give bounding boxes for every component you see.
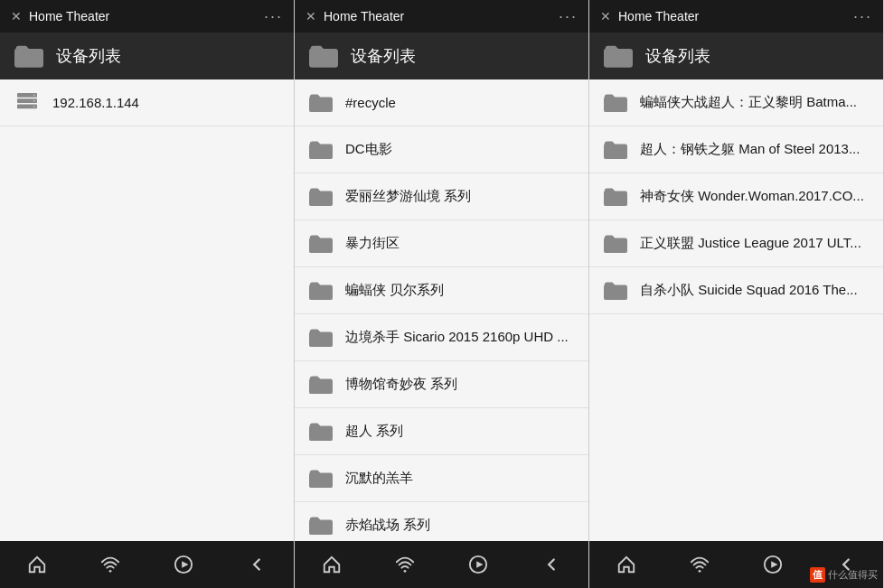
play-icon-2[interactable] — [458, 545, 498, 584]
folder-icon — [309, 469, 333, 489]
svg-marker-11 — [476, 561, 483, 567]
more-menu-2[interactable]: ··· — [559, 7, 578, 26]
nav-bar-1 — [0, 541, 294, 588]
home-icon-3[interactable] — [607, 545, 646, 584]
list-item[interactable]: 边境杀手 Sicario 2015 2160p UHD ... — [295, 314, 588, 361]
section-header-3: 设备列表 — [589, 33, 883, 79]
folder-icon — [309, 422, 333, 442]
item-label: #recycle — [345, 95, 396, 110]
item-label: 博物馆奇妙夜 系列 — [345, 376, 457, 393]
title-bar-3: ✕ Home Theater ··· — [589, 0, 883, 33]
list-item[interactable]: #recycle — [295, 79, 588, 126]
svg-point-12 — [699, 570, 701, 573]
item-label: 爱丽丝梦游仙境 系列 — [345, 188, 471, 205]
play-icon-1[interactable] — [164, 545, 203, 584]
play-icon-3[interactable] — [753, 545, 793, 584]
item-label: 边境杀手 Sicario 2015 2160p UHD ... — [345, 329, 569, 346]
item-label: 沉默的羔羊 — [345, 470, 413, 487]
svg-marker-14 — [771, 561, 777, 567]
svg-marker-8 — [182, 561, 188, 567]
folder-icon — [309, 375, 333, 395]
folder-icon — [309, 234, 333, 254]
panel-3: ✕ Home Theater ··· 设备列表 蝙蝠侠大战超人：正义黎明 Bat… — [589, 0, 884, 588]
server-icon — [14, 93, 40, 113]
item-label: DC电影 — [345, 141, 392, 158]
title-bar-1: ✕ Home Theater ··· — [0, 0, 294, 33]
item-label: 蝙蝠侠大战超人：正义黎明 Batma... — [640, 94, 857, 111]
watermark-badge: 值 — [810, 567, 825, 583]
list-item[interactable]: 蝙蝠侠 贝尔系列 — [295, 267, 588, 314]
panel-2: ✕ Home Theater ··· 设备列表 #recycle DC电影 爱丽… — [295, 0, 589, 588]
folder-icon-large-2 — [309, 44, 338, 68]
close-button-2[interactable]: ✕ — [306, 9, 316, 23]
list-item[interactable]: 自杀小队 Suicide Squad 2016 The... — [589, 267, 883, 314]
more-menu-3[interactable]: ··· — [853, 7, 872, 26]
app-title-3: Home Theater — [618, 9, 699, 23]
close-button-3[interactable]: ✕ — [600, 9, 611, 23]
wifi-icon-1[interactable] — [90, 545, 130, 584]
back-icon-1[interactable] — [237, 545, 277, 584]
section-title-1: 设备列表 — [56, 45, 121, 67]
home-icon-2[interactable] — [312, 545, 352, 584]
list-item[interactable]: 蝙蝠侠大战超人：正义黎明 Batma... — [589, 79, 883, 126]
panel-1: ✕ Home Theater ··· 设备列表 192.168.1.144 — [0, 0, 295, 588]
folder-icon — [309, 281, 333, 301]
server-address: 192.168.1.144 — [52, 95, 139, 110]
folder-icon — [309, 187, 333, 207]
folder-icon — [604, 234, 627, 254]
back-icon-2[interactable] — [531, 545, 571, 584]
item-label: 神奇女侠 Wonder.Woman.2017.CO... — [640, 188, 864, 205]
nav-bar-3: 值 什么值得买 — [589, 541, 883, 588]
folder-icon — [309, 328, 333, 348]
folder-icon — [604, 281, 627, 301]
home-icon-1[interactable] — [17, 545, 57, 584]
item-label: 正义联盟 Justice League 2017 ULT... — [640, 235, 861, 252]
content-3[interactable]: 蝙蝠侠大战超人：正义黎明 Batma... 超人：钢铁之躯 Man of Ste… — [589, 79, 883, 541]
close-button-1[interactable]: ✕ — [11, 9, 22, 23]
section-title-2: 设备列表 — [351, 45, 416, 67]
wifi-icon-3[interactable] — [680, 545, 719, 584]
folder-icon — [309, 140, 333, 160]
folder-icon — [604, 187, 627, 207]
nav-bar-2 — [295, 541, 588, 588]
list-item[interactable]: 赤焰战场 系列 — [295, 502, 588, 541]
list-item[interactable]: 正义联盟 Justice League 2017 ULT... — [589, 220, 883, 267]
server-item[interactable]: 192.168.1.144 — [0, 79, 294, 126]
item-label: 暴力街区 — [345, 235, 400, 252]
folder-icon-large-1 — [14, 44, 43, 68]
folder-icon-large-3 — [604, 44, 633, 68]
folder-icon — [604, 93, 627, 113]
wifi-icon-2[interactable] — [385, 545, 425, 584]
list-item[interactable]: 沉默的羔羊 — [295, 455, 588, 502]
section-header-1: 设备列表 — [0, 33, 294, 79]
list-item[interactable]: 爱丽丝梦游仙境 系列 — [295, 173, 588, 220]
svg-point-5 — [33, 105, 35, 107]
item-label: 赤焰战场 系列 — [345, 517, 430, 534]
svg-point-4 — [33, 99, 35, 101]
section-title-3: 设备列表 — [645, 45, 710, 67]
svg-point-6 — [109, 570, 112, 573]
list-item[interactable]: 超人：钢铁之躯 Man of Steel 2013... — [589, 126, 883, 173]
svg-point-3 — [33, 94, 35, 96]
app-title-2: Home Theater — [324, 9, 404, 23]
list-item[interactable]: 博物馆奇妙夜 系列 — [295, 361, 588, 408]
list-item[interactable]: 超人 系列 — [295, 408, 588, 455]
item-label: 自杀小队 Suicide Squad 2016 The... — [640, 282, 858, 299]
content-2[interactable]: #recycle DC电影 爱丽丝梦游仙境 系列 暴力街区 蝙蝠侠 贝尔系列 边… — [295, 79, 588, 541]
folder-icon — [309, 93, 333, 113]
list-item[interactable]: 神奇女侠 Wonder.Woman.2017.CO... — [589, 173, 883, 220]
folder-icon — [309, 516, 333, 536]
content-1: 192.168.1.144 — [0, 79, 294, 541]
folder-icon — [604, 140, 627, 160]
item-label: 超人：钢铁之躯 Man of Steel 2013... — [640, 141, 860, 158]
list-item[interactable]: DC电影 — [295, 126, 588, 173]
watermark-text: 什么值得买 — [828, 568, 878, 582]
list-item[interactable]: 暴力街区 — [295, 220, 588, 267]
title-bar-2: ✕ Home Theater ··· — [295, 0, 588, 33]
more-menu-1[interactable]: ··· — [264, 7, 283, 26]
item-label: 蝙蝠侠 贝尔系列 — [345, 282, 444, 299]
watermark: 值 什么值得买 — [810, 567, 878, 583]
svg-point-9 — [404, 570, 407, 573]
item-label: 超人 系列 — [345, 423, 403, 440]
section-header-2: 设备列表 — [295, 33, 588, 79]
